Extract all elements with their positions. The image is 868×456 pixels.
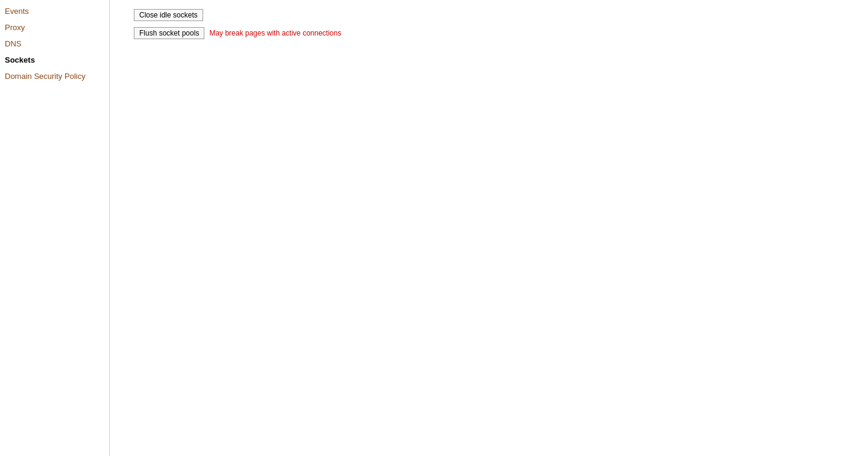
sidebar-item-sockets[interactable]: Sockets	[0, 52, 109, 68]
main-content: Close idle sockets Flush socket pools Ma…	[110, 0, 868, 456]
close-idle-sockets-button[interactable]: Close idle sockets	[134, 9, 203, 21]
action-list: Close idle sockets Flush socket pools Ma…	[122, 9, 856, 39]
list-item-close-idle-sockets: Close idle sockets	[134, 9, 856, 21]
list-item-flush-socket-pools: Flush socket pools May break pages with …	[134, 27, 856, 39]
flush-socket-pools-button[interactable]: Flush socket pools	[134, 27, 204, 39]
sidebar-item-dns[interactable]: DNS	[0, 36, 109, 52]
sidebar-item-events[interactable]: Events	[0, 3, 109, 19]
sidebar-item-domain-security-policy[interactable]: Domain Security Policy	[0, 68, 109, 84]
sidebar-item-proxy[interactable]: Proxy	[0, 19, 109, 36]
flush-socket-pools-warning: May break pages with active connections	[209, 29, 341, 37]
sidebar: Events Proxy DNS Sockets Domain Security…	[0, 0, 110, 456]
